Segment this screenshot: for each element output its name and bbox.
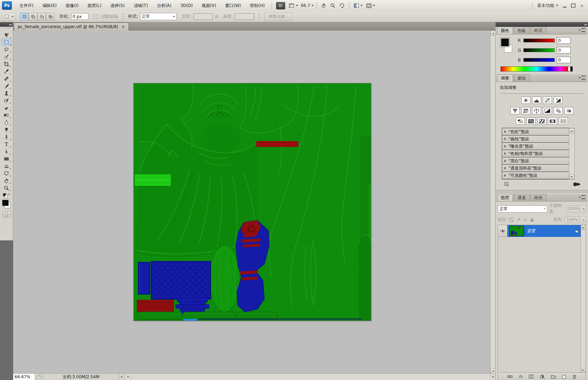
tool-eraser[interactable] [2,104,11,111]
layers-scrollbar[interactable] [581,225,586,372]
expand-triangle-icon[interactable] [504,167,506,170]
scroll-up-button[interactable] [490,31,496,36]
close-button[interactable]: × [580,3,584,8]
arrange-documents-button[interactable] [352,2,364,9]
tab-paths[interactable]: 路径 [530,194,546,201]
tool-shape[interactable] [2,155,11,163]
tool-3d-orbit[interactable] [2,170,11,177]
menu-image[interactable]: 图像(I) [61,0,83,11]
channel-b-slider[interactable] [523,58,555,62]
opacity-value[interactable]: 100% [567,206,580,212]
scroll-down-button[interactable] [490,369,496,374]
expanded-view-icon[interactable] [573,182,580,187]
selection-mode-subtract[interactable] [38,13,46,20]
tool-rectangular-marquee[interactable] [2,39,11,46]
antialias-checkbox[interactable] [93,14,98,19]
layer-row-background[interactable]: 背景 [498,225,581,237]
tool-lasso[interactable] [2,46,11,53]
color-spectrum-ramp[interactable] [500,66,573,72]
adjustment-black-white-button[interactable] [543,107,552,114]
canvas-pasteboard[interactable] [13,31,490,374]
screen-mode-button[interactable] [365,2,376,9]
document-tab[interactable]: pc_female_sorceress_upper.vtf @ 66.7%(RG… [14,23,129,31]
new-adjustment-layer-icon[interactable] [540,374,545,379]
canvas-vertical-scrollbar[interactable] [490,31,496,374]
fill-spinner[interactable] [582,216,586,223]
dock-collapse-strip[interactable]: ▶▶ [496,22,588,27]
channel-g-slider[interactable] [523,48,555,52]
layer-style-icon[interactable]: fx [519,374,522,379]
menu-view[interactable]: 视图(V) [198,0,221,11]
scroll-up-button[interactable] [569,128,574,133]
menu-window[interactable]: 窗口(W) [221,0,245,11]
preset-hue-saturation[interactable]: "色相/饱和度"预设 [502,150,569,157]
preset-selective-color[interactable]: "可选颜色"预设 [502,172,569,179]
channel-g-value[interactable]: 0 [557,47,571,53]
expand-triangle-icon[interactable] [504,130,506,133]
expand-triangle-icon[interactable] [504,152,506,155]
adjustment-photo-filter-button[interactable] [554,107,563,114]
status-options-icon[interactable] [35,374,43,380]
scroll-up-button[interactable] [581,225,585,230]
style-select[interactable]: 正常 [140,13,177,20]
texture-image[interactable] [133,83,371,321]
new-group-icon[interactable] [551,374,556,379]
selection-mode-intersect[interactable] [46,13,55,20]
expand-triangle-icon[interactable] [504,138,506,140]
tool-history-brush[interactable] [2,97,11,104]
tool-clone-stamp[interactable] [2,90,11,97]
tool-pen[interactable] [2,133,11,141]
channel-r-slider[interactable] [523,39,555,42]
workspace-switcher[interactable]: 基本功能 [532,2,558,9]
tool-quick-selection[interactable] [2,53,11,60]
panel-menu-icon[interactable] [579,195,585,199]
tool-dodge[interactable] [2,126,11,133]
maximize-button[interactable] [571,3,575,8]
layer-name[interactable]: 背景 [527,228,535,234]
preset-exposure[interactable]: "曝光度"预设 [502,142,569,150]
link-layers-icon[interactable] [507,375,513,378]
delete-layer-icon[interactable] [572,374,577,379]
tool-preset-picker[interactable] [2,13,15,20]
lock-position-icon[interactable] [523,217,528,222]
presets-scrollbar[interactable] [569,128,574,179]
menu-file[interactable]: 文件(F) [15,0,38,11]
lock-transparent-icon[interactable] [509,217,514,222]
menu-3d[interactable]: 3D(D) [176,0,197,11]
hand-tool-shortcut-button[interactable] [320,2,328,9]
channel-b-value[interactable]: 0 [557,57,571,63]
minimize-button[interactable] [563,7,566,8]
menu-select[interactable]: 选择(S) [106,0,129,11]
scroll-down-button[interactable] [569,174,574,179]
preset-curves[interactable]: "曲线"预设 [502,135,569,143]
tab-color[interactable]: 颜色 [497,27,513,34]
tool-move[interactable] [2,31,11,39]
document-close-icon[interactable]: × [122,24,125,29]
adjustment-color-balance-button[interactable] [532,107,541,114]
expand-triangle-icon[interactable] [504,174,506,177]
layer-visibility-toggle[interactable] [498,225,507,237]
adjustment-channel-mixer-button[interactable] [564,107,573,114]
refine-edge-button[interactable]: 调整边缘... [264,12,292,21]
blend-mode-select[interactable]: 正常 [498,205,547,213]
adjustment-curves-button[interactable] [543,97,552,104]
menu-layer[interactable]: 图层(L) [83,0,106,11]
tools-grip[interactable] [2,28,11,31]
menu-analysis[interactable]: 分析(A) [153,0,176,11]
new-layer-icon[interactable] [562,374,566,379]
zoom-level-indicator[interactable]: 66.7 [300,3,311,8]
adjustment-invert-button[interactable] [516,117,525,125]
expand-triangle-icon[interactable] [504,159,506,162]
menu-help[interactable]: 帮助(H) [246,0,269,11]
zoom-tool-shortcut-button[interactable] [329,2,337,9]
adjustment-hue-saturation-button[interactable] [521,107,530,114]
menu-filter[interactable]: 滤镜(T) [130,0,152,11]
tab-styles[interactable]: 样式 [530,27,546,34]
width-input[interactable] [193,13,213,20]
tool-3d-rotate[interactable] [2,163,11,170]
adjustment-exposure-button[interactable] [554,97,563,104]
scroll-down-button[interactable] [581,368,585,372]
tool-zoom[interactable] [2,184,11,192]
lock-paint-icon[interactable] [516,217,521,222]
adjustment-levels-button[interactable] [532,97,541,104]
